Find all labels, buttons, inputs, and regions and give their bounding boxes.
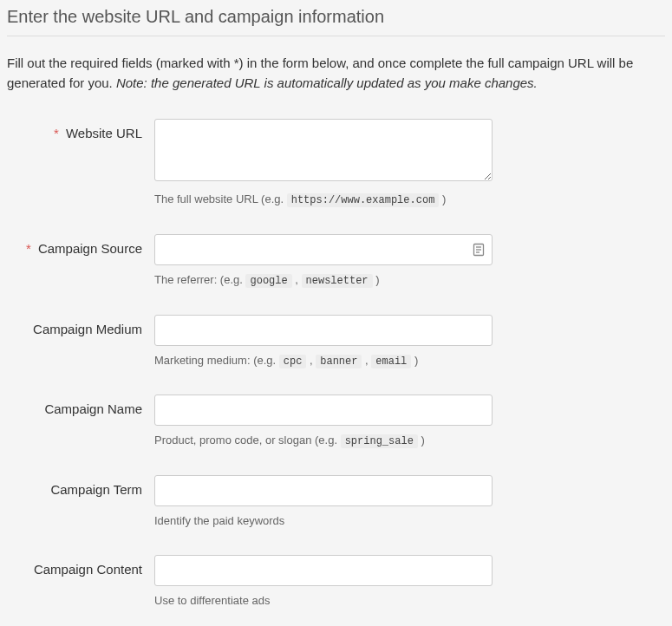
help-suffix: ): [373, 273, 380, 286]
row-campaign-source: * Campaign Source The referrer: (e.g. go…: [7, 234, 665, 289]
help-sep: ,: [292, 273, 302, 286]
label-text: Campaign Source: [38, 241, 142, 256]
help-code: spring_sale: [341, 434, 418, 448]
campaign-content-input[interactable]: [154, 555, 493, 586]
help-prefix: The full website URL (e.g.: [154, 192, 287, 205]
intro-note: Note: the generated URL is automatically…: [116, 75, 538, 90]
page-title: Enter the website URL and campaign infor…: [7, 7, 665, 36]
label-text: Campaign Term: [50, 482, 142, 497]
help-campaign-source: The referrer: (e.g. google , newsletter …: [154, 272, 493, 289]
help-suffix: ): [439, 192, 446, 205]
label-campaign-medium: Campaign Medium: [7, 315, 154, 336]
required-mark: *: [26, 241, 31, 256]
campaign-name-input[interactable]: [154, 395, 493, 426]
help-code: https://www.example.com: [287, 193, 440, 207]
campaign-source-input[interactable]: [154, 234, 493, 265]
campaign-medium-input[interactable]: [154, 315, 493, 346]
help-code: email: [371, 355, 411, 368]
row-website-url: * Website URL The full website URL (e.g.…: [7, 119, 665, 208]
campaign-term-input[interactable]: [154, 475, 493, 506]
help-code: banner: [316, 355, 362, 368]
row-campaign-medium: Campaign Medium Marketing medium: (e.g. …: [7, 315, 665, 369]
help-prefix: Product, promo code, or slogan (e.g.: [154, 434, 341, 447]
row-campaign-content: Campaign Content Use to differentiate ad…: [7, 555, 665, 609]
help-sep: ,: [362, 354, 371, 367]
help-campaign-content: Use to differentiate ads: [154, 593, 493, 609]
row-campaign-term: Campaign Term Identify the paid keywords: [7, 475, 665, 529]
label-website-url: * Website URL: [7, 119, 154, 140]
help-campaign-term: Identify the paid keywords: [154, 513, 493, 529]
label-text: Campaign Content: [34, 562, 142, 577]
label-campaign-term: Campaign Term: [7, 475, 154, 497]
help-code: google: [245, 274, 291, 288]
help-code: newsletter: [302, 274, 373, 288]
help-campaign-name: Product, promo code, or slogan (e.g. spr…: [154, 433, 493, 449]
required-mark: *: [54, 126, 59, 140]
website-url-input[interactable]: [154, 119, 493, 181]
help-suffix: ): [411, 354, 418, 367]
help-website-url: The full website URL (e.g. https://www.e…: [154, 192, 493, 208]
label-campaign-source: * Campaign Source: [7, 234, 154, 256]
intro-text: Fill out the required fields (marked wit…: [7, 54, 665, 93]
help-sep: ,: [306, 354, 316, 367]
help-prefix: The referrer: (e.g.: [154, 273, 245, 286]
label-text: Campaign Name: [44, 401, 142, 416]
help-campaign-medium: Marketing medium: (e.g. cpc , banner , e…: [154, 353, 493, 369]
label-text: Website URL: [66, 126, 142, 140]
label-campaign-content: Campaign Content: [7, 555, 154, 577]
help-suffix: ): [418, 434, 425, 447]
label-text: Campaign Medium: [33, 322, 142, 336]
row-campaign-name: Campaign Name Product, promo code, or sl…: [7, 395, 665, 449]
help-prefix: Marketing medium: (e.g.: [154, 354, 279, 367]
help-code: cpc: [279, 355, 307, 368]
label-campaign-name: Campaign Name: [7, 395, 154, 416]
